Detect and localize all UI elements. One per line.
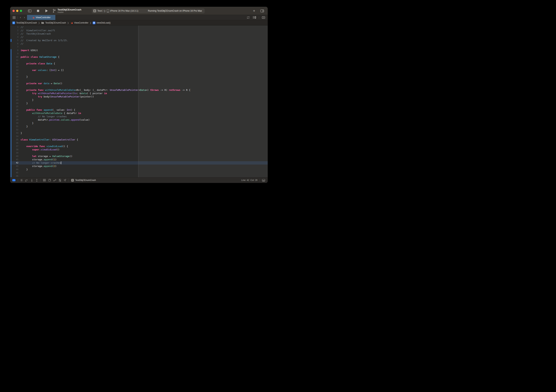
code-line[interactable]: 11 <box>10 59 268 62</box>
line-number[interactable]: 36 <box>10 141 21 145</box>
code-line[interactable]: 23 } <box>10 98 268 102</box>
scheme-selector[interactable]: TestO <box>97 9 103 12</box>
code-line[interactable]: 15 <box>10 72 268 75</box>
line-number[interactable]: 37 <box>10 145 21 148</box>
line-number[interactable]: 12 <box>10 62 21 65</box>
code-line[interactable]: 32 <box>10 128 268 131</box>
line-number[interactable]: 32 <box>10 128 21 131</box>
destination-selector[interactable]: iPhone 16 Pro Max (18.3.1) <box>110 9 139 12</box>
code-line[interactable]: 4// <box>10 36 268 39</box>
code-line[interactable]: 27 withUnsafeMutableData { dataPtr in <box>10 112 268 115</box>
code-line[interactable]: 28 // No longer crashes <box>10 115 268 118</box>
go-back-button[interactable]: ‹ <box>19 16 22 19</box>
library-add-button[interactable]: + <box>253 9 255 13</box>
code-line[interactable]: 38 super.viewDidLoad() <box>10 148 268 151</box>
step-over-icon[interactable] <box>25 179 28 182</box>
code-line[interactable]: 43 storage.append(2) <box>10 165 268 168</box>
line-number[interactable]: 20 <box>10 88 21 92</box>
editor-layout-icon[interactable] <box>13 16 15 19</box>
line-number[interactable]: 35 <box>10 138 21 141</box>
line-number[interactable]: 1 <box>10 26 21 29</box>
code-line[interactable]: 42 // No longer crashes <box>10 161 268 165</box>
tab-viewcontroller[interactable]: ViewController <box>27 15 55 20</box>
code-line[interactable]: 24 } <box>10 102 268 105</box>
line-number[interactable]: 24 <box>10 102 21 105</box>
code-line[interactable]: 13 <box>10 65 268 69</box>
code-line[interactable]: 39 <box>10 151 268 155</box>
line-number[interactable]: 7 <box>10 46 21 49</box>
simulate-location-icon[interactable] <box>64 179 66 182</box>
code-line[interactable]: 45 <box>10 171 268 175</box>
line-number[interactable]: 34 <box>10 135 21 138</box>
line-number[interactable]: 5 <box>10 39 21 42</box>
minimize-window-button[interactable] <box>16 10 18 12</box>
inspector-sidebar-toggle-icon[interactable] <box>260 9 264 12</box>
step-out-icon[interactable] <box>36 179 38 182</box>
source-control-change-bar[interactable] <box>11 39 11 42</box>
code-line[interactable]: 17 <box>10 78 268 82</box>
network-share-icon[interactable] <box>53 179 56 182</box>
line-number[interactable]: 41 <box>10 158 21 161</box>
code-line[interactable]: 44 } <box>10 168 268 171</box>
add-editor-icon[interactable] <box>262 16 265 19</box>
code-line[interactable]: 20 private func withUnsafeMutableData<R>… <box>10 88 268 92</box>
line-number[interactable]: 25 <box>10 105 21 108</box>
code-line[interactable]: 6// <box>10 42 268 46</box>
line-number[interactable]: 11 <box>10 59 21 62</box>
zoom-window-button[interactable] <box>20 10 22 12</box>
stop-button[interactable] <box>37 10 39 12</box>
line-number[interactable]: 40 <box>10 155 21 158</box>
line-number[interactable]: 44 <box>10 168 21 171</box>
code-line[interactable]: 25 <box>10 105 268 108</box>
line-number[interactable]: 8 <box>10 49 21 52</box>
code-line[interactable]: 3// TestObjCEnumCrash <box>10 32 268 36</box>
line-number[interactable]: 16 <box>10 75 21 78</box>
code-line[interactable]: 35class ViewController: UIViewController… <box>10 138 268 141</box>
code-line[interactable]: 41 storage.append(1) <box>10 158 268 161</box>
code-line[interactable]: 10public class ValueStorage { <box>10 55 268 59</box>
code-line[interactable]: 19 <box>10 85 268 88</box>
code-line[interactable]: 12 private class Data { <box>10 62 268 65</box>
breadcrumb-item-testobjcenumcrash[interactable]: TestObjCEnumCrash <box>41 22 66 24</box>
line-number[interactable]: 10 <box>10 55 21 59</box>
code-line[interactable]: 9 <box>10 52 268 55</box>
code-line[interactable]: 1// <box>10 26 268 29</box>
code-line[interactable]: 29 dataPtr.pointee.values.append(value) <box>10 118 268 122</box>
code-line[interactable]: 37 override func viewDidLoad() { <box>10 145 268 148</box>
code-line[interactable]: 7 <box>10 46 268 49</box>
memory-graph-icon[interactable] <box>48 179 51 182</box>
code-line[interactable]: 31 } <box>10 125 268 128</box>
line-number[interactable]: 31 <box>10 125 21 128</box>
line-number[interactable]: 21 <box>10 92 21 95</box>
close-window-button[interactable] <box>13 10 15 12</box>
source-control-change-bar[interactable] <box>11 49 11 177</box>
line-number[interactable]: 23 <box>10 98 21 102</box>
line-number[interactable]: 39 <box>10 151 21 155</box>
line-number[interactable]: 13 <box>10 65 21 69</box>
code-line[interactable]: 46 <box>10 175 268 177</box>
code-line[interactable]: 30 } <box>10 122 268 125</box>
debug-target[interactable]: A TestObjCEnumCrash <box>71 179 96 182</box>
adjust-editor-options-icon[interactable] <box>253 16 256 19</box>
code-line[interactable]: 8import UIKit <box>10 49 268 52</box>
line-number[interactable]: 38 <box>10 148 21 151</box>
code-line[interactable]: 5// Created by WeZZard on 3/5/25. <box>10 39 268 42</box>
line-number[interactable]: 42 <box>10 161 21 165</box>
line-number[interactable]: 22 <box>10 95 21 98</box>
breadcrumb-item-viewcontroller[interactable]: ViewController <box>70 22 88 24</box>
line-number[interactable]: 6 <box>10 42 21 46</box>
line-number[interactable]: 14 <box>10 69 21 72</box>
breadcrumb-item-testobjcenumcrash[interactable]: ATestObjCEnumCrash <box>12 22 37 24</box>
code-line[interactable]: 21 try withUnsafeMutablePointer(to: &dat… <box>10 92 268 95</box>
code-line[interactable]: 14 var values: [Int] = [] <box>10 69 268 72</box>
run-button[interactable] <box>46 9 48 12</box>
debug-view-hierarchy-icon[interactable] <box>43 179 46 182</box>
line-number[interactable]: 46 <box>10 175 21 177</box>
code-line[interactable]: 33} <box>10 131 268 135</box>
line-number[interactable]: 3 <box>10 32 21 36</box>
step-into-icon[interactable] <box>31 179 33 182</box>
source-editor[interactable]: 1//2// ViewController.swift3// TestObjCE… <box>10 26 268 177</box>
line-number[interactable]: 2 <box>10 29 21 32</box>
line-number[interactable]: 29 <box>10 118 21 122</box>
pause-execution-icon[interactable] <box>20 179 23 182</box>
